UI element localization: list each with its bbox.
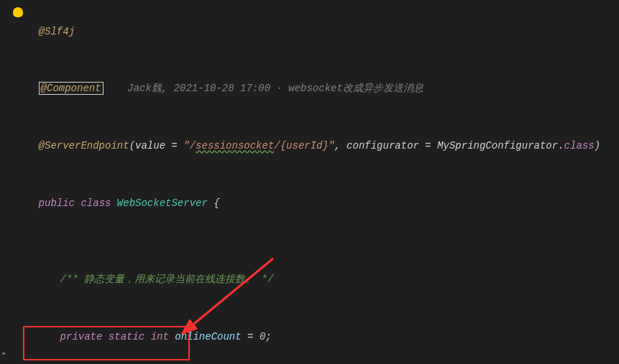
- code-line: @ServerEndpoint(value = "/sessionsocket/…: [0, 118, 619, 175]
- annotation: @Slf4j: [39, 26, 75, 37]
- gutter-marker-icon[interactable]: ▸: [1, 347, 9, 360]
- code-line: public class WebSocketServer {: [0, 174, 619, 232]
- code-line: private static int onlineCount = 0;: [0, 309, 619, 365]
- code-editor[interactable]: @Slf4j @Component Jack魏, 2021-10-28 17:0…: [0, 3, 619, 364]
- blank-line: [0, 232, 619, 251]
- code-line: @Component Jack魏, 2021-10-28 17:00 · web…: [0, 60, 619, 118]
- code-line: @Slf4j: [0, 3, 619, 60]
- lightbulb-icon[interactable]: [13, 7, 23, 17]
- comment-line: /** 静态变量，用来记录当前在线连接数。 */: [0, 251, 619, 309]
- annotation: @ServerEndpoint: [39, 140, 129, 151]
- annotation: @Component: [39, 82, 104, 95]
- inline-comment: Jack魏, 2021-10-28 17:00 · websocket改成异步发…: [127, 83, 423, 94]
